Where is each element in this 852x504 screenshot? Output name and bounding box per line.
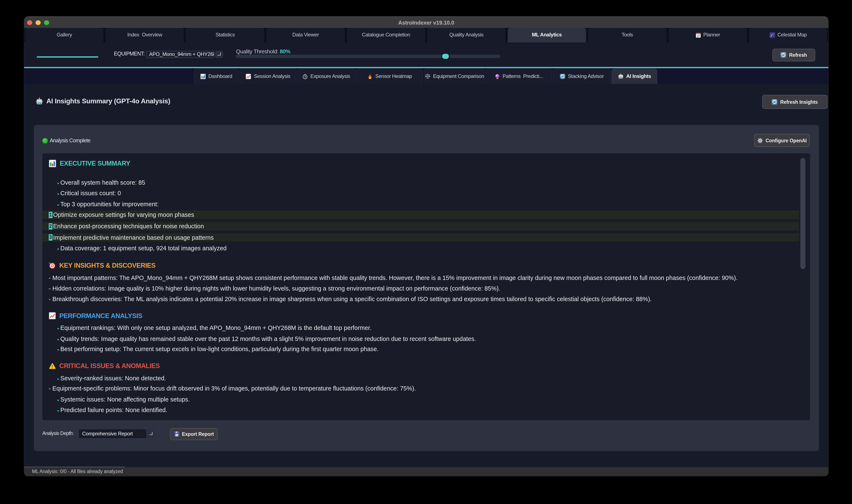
svg-text:17: 17	[697, 34, 700, 37]
